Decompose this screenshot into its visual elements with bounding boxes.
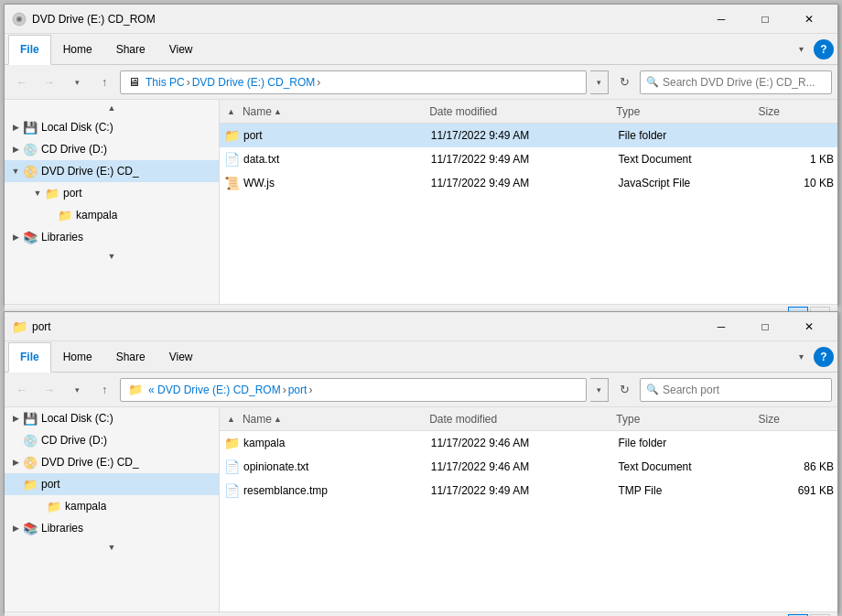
up-button-2[interactable]: ↑ (92, 378, 116, 402)
nav-item-port-1[interactable]: ▼ 📁 port (5, 182, 219, 204)
status-bar-2: 3 items ⊞ ≡ (5, 611, 837, 616)
tab-home-2[interactable]: Home (51, 341, 104, 372)
search-box-1: 🔍 (640, 70, 832, 94)
window-icon-1 (12, 12, 27, 27)
file-list-header-1: ▲ Name ▲ Date modified Type Size (220, 100, 837, 124)
forward-button-2[interactable]: → (38, 378, 61, 402)
tab-home-1[interactable]: Home (51, 34, 104, 64)
col-header-name-2[interactable]: Name ▲ (239, 413, 426, 426)
file-list-area-2: ▲ Name ▲ Date modified Type Size 📁 (220, 407, 837, 611)
title-bar-1: DVD Drive (E:) CD_ROM ─ □ ✕ (5, 5, 837, 34)
file-size-opinionate: 86 KB (759, 460, 834, 473)
tab-share-1[interactable]: Share (104, 34, 157, 64)
dropdown-recent-2[interactable]: ▾ (65, 378, 89, 402)
col-header-name-1[interactable]: Name ▲ (239, 105, 426, 118)
nav-scroll-down-1[interactable]: ▼ (5, 248, 219, 265)
nav-scroll-up-1[interactable]: ▲ (5, 100, 219, 116)
name-sort-arrow-2[interactable]: ▲ (223, 411, 239, 427)
col-header-type-1[interactable]: Type (612, 105, 754, 118)
content-area-1: ▲ ▶ 💾 Local Disk (C:) ▶ 💿 CD Drive (D:) … (5, 100, 837, 304)
tab-file-2[interactable]: File (8, 342, 51, 373)
address-path-1[interactable]: 🖥 This PC › DVD Drive (E:) CD_ROM › (120, 70, 587, 94)
search-input-1[interactable] (663, 76, 826, 89)
name-sort-arrow-1[interactable]: ▲ (223, 103, 239, 120)
file-type-ww-js: JavaScript File (619, 177, 760, 189)
tab-view-2[interactable]: View (157, 341, 205, 372)
file-row-data-txt[interactable]: 📄 data.txt 11/17/2022 9:49 AM Text Docum… (220, 147, 837, 171)
file-size-resemblance: 691 KB (759, 484, 834, 497)
file-date-ww-js: 11/17/2022 9:49 AM (431, 177, 619, 189)
nav-item-kampala-1[interactable]: 📁 kampala (5, 204, 219, 226)
dropdown-recent-1[interactable]: ▾ (65, 70, 89, 94)
nav-item-libraries-1[interactable]: ▶ 📚 Libraries (5, 226, 219, 248)
col-header-date-2[interactable]: Date modified (426, 413, 612, 426)
path-dropdown-2[interactable]: ▾ (590, 378, 609, 402)
file-type-data-txt: Text Document (619, 153, 760, 166)
back-button-2[interactable]: ← (10, 378, 34, 402)
name-sort-icon-2: ▲ (274, 415, 282, 424)
tab-file-1[interactable]: File (8, 35, 51, 65)
local-disk-icon-2: 💾 (23, 411, 38, 426)
col-header-size-2[interactable]: Size (755, 413, 834, 426)
pc-icon: 🖥 (128, 75, 140, 89)
col-header-date-1[interactable]: Date modified (426, 105, 612, 118)
nav-item-kampala-2[interactable]: 📁 kampala (5, 495, 219, 517)
nav-item-local-disk-c-2[interactable]: ▶ 💾 Local Disk (C:) (5, 407, 219, 429)
nav-item-libraries-2[interactable]: ▶ 📚 Libraries (5, 517, 219, 539)
maximize-button-1[interactable]: □ (744, 5, 786, 33)
help-button-1[interactable]: ? (814, 39, 834, 59)
window-controls-1: ─ □ ✕ (700, 5, 830, 33)
nav-item-port-2[interactable]: 📁 port (5, 473, 219, 495)
file-date-kampala: 11/17/2022 9:46 AM (431, 437, 619, 449)
help-button-2[interactable]: ? (814, 347, 834, 367)
window-title-2: port (32, 320, 700, 333)
file-list-area-1: ▲ Name ▲ Date modified Type Size 📁 (220, 100, 837, 304)
nav-item-cd-drive-d-2[interactable]: 💿 CD Drive (D:) (5, 429, 219, 451)
ribbon-expand-2: ▾ ? (792, 347, 834, 367)
tab-view-1[interactable]: View (157, 34, 205, 64)
file-row-ww-js[interactable]: 📜 WW.js 11/17/2022 9:49 AM JavaScript Fi… (220, 171, 837, 195)
ribbon-expand-btn-2[interactable]: ▾ (792, 348, 810, 366)
title-bar-2: 📁 port ─ □ ✕ (5, 312, 837, 341)
minimize-button-1[interactable]: ─ (700, 5, 742, 33)
file-row-resemblance[interactable]: 📄 resemblance.tmp 11/17/2022 9:49 AM TMP… (220, 479, 837, 503)
file-name-resemblance: resemblance.tmp (243, 484, 431, 497)
libraries-icon-1: 📚 (23, 230, 38, 244)
window-icon-2: 📁 (12, 319, 27, 334)
close-button-2[interactable]: ✕ (788, 313, 830, 340)
file-row-port[interactable]: 📁 port 11/17/2022 9:49 AM File folder (220, 124, 837, 147)
forward-button-1[interactable]: → (38, 70, 61, 94)
nav-scroll-down-2[interactable]: ▼ (5, 539, 219, 556)
file-list-header-2: ▲ Name ▲ Date modified Type Size (220, 407, 837, 431)
path-dropdown-1[interactable]: ▾ (590, 70, 609, 94)
col-header-size-1[interactable]: Size (755, 105, 834, 118)
close-button-1[interactable]: ✕ (788, 5, 830, 33)
ribbon-expand-btn-1[interactable]: ▾ (792, 40, 810, 59)
file-date-opinionate: 11/17/2022 9:46 AM (431, 460, 619, 473)
nav-item-local-disk-c-1[interactable]: ▶ 💾 Local Disk (C:) (5, 116, 219, 138)
window-title-1: DVD Drive (E:) CD_ROM (32, 13, 700, 26)
file-type-kampala: File folder (619, 437, 760, 449)
js-icon-ww: 📜 (223, 175, 240, 191)
nav-item-cd-drive-d-1[interactable]: ▶ 💿 CD Drive (D:) (5, 138, 219, 160)
refresh-button-1[interactable]: ↻ (612, 70, 636, 94)
address-path-2[interactable]: 📁 « DVD Drive (E:) CD_ROM › port › (120, 378, 587, 402)
file-list-2: 📁 kampala 11/17/2022 9:46 AM File folder… (220, 431, 837, 611)
minimize-button-2[interactable]: ─ (700, 313, 742, 340)
maximize-button-2[interactable]: □ (744, 313, 786, 340)
path-part-dvd-2: « DVD Drive (E:) CD_ROM (148, 384, 281, 396)
window-controls-2: ─ □ ✕ (700, 313, 830, 340)
col-header-type-2[interactable]: Type (612, 413, 754, 426)
folder-icon-port: 📁 (223, 127, 240, 144)
file-date-port: 11/17/2022 9:49 AM (431, 129, 619, 142)
back-button-1[interactable]: ← (10, 70, 34, 94)
file-row-kampala[interactable]: 📁 kampala 11/17/2022 9:46 AM File folder (220, 431, 837, 455)
file-row-opinionate[interactable]: 📄 opinionate.txt 11/17/2022 9:46 AM Text… (220, 455, 837, 479)
nav-item-dvd-drive-2[interactable]: ▶ 📀 DVD Drive (E:) CD_ (5, 451, 219, 473)
refresh-button-2[interactable]: ↻ (612, 378, 636, 402)
up-button-1[interactable]: ↑ (92, 70, 116, 94)
search-input-2[interactable] (663, 384, 826, 396)
tab-share-2[interactable]: Share (104, 341, 157, 372)
kampala-folder-icon-2: 📁 (47, 499, 61, 513)
nav-item-dvd-drive-1[interactable]: ▼ 📀 DVD Drive (E:) CD_ (5, 160, 219, 182)
